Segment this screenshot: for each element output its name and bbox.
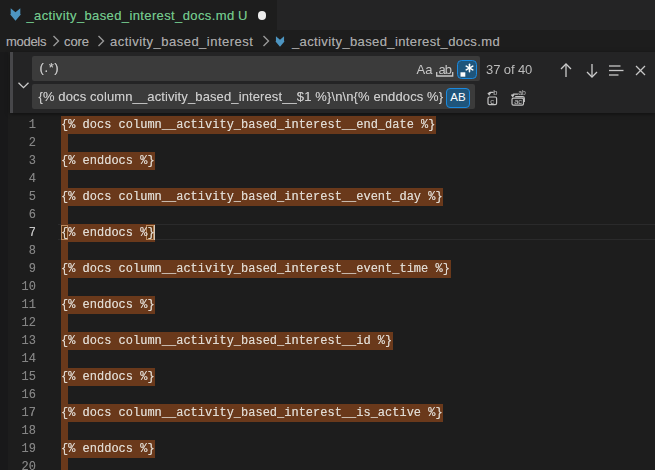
- svg-text:ab: ab: [518, 89, 526, 96]
- svg-text:ac: ac: [514, 97, 522, 106]
- svg-text:c: c: [490, 97, 494, 106]
